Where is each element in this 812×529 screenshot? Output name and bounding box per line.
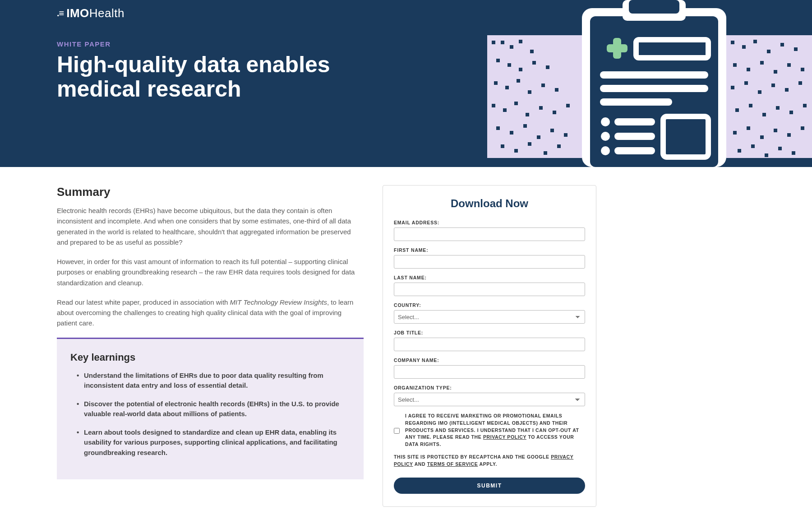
last-name-label: LAST NAME: <box>394 275 585 280</box>
logo-mark-icon: .≡ <box>57 8 64 19</box>
last-name-field[interactable] <box>394 283 585 296</box>
svg-rect-32 <box>528 142 531 146</box>
summary-paragraph-2: However, in order for this vast amount o… <box>57 256 364 288</box>
email-label: EMAIL ADDRESS: <box>394 220 585 225</box>
hero: .≡ IMOHealth WHITE PAPER High-quality da… <box>0 0 812 167</box>
company-name-field[interactable] <box>394 365 585 379</box>
svg-rect-57 <box>776 106 780 110</box>
svg-rect-54 <box>735 108 739 112</box>
svg-rect-53 <box>798 81 802 85</box>
svg-rect-31 <box>514 149 518 153</box>
logo-text-light: Health <box>89 6 125 20</box>
brand-logo: .≡ IMOHealth <box>57 6 755 20</box>
download-form: Download Now EMAIL ADDRESS: FIRST NAME: … <box>383 185 596 507</box>
svg-rect-56 <box>762 113 766 116</box>
svg-rect-17 <box>492 104 495 107</box>
logo-text-bold: IMO <box>66 6 89 20</box>
google-tos-link[interactable]: TERMS OF SERVICE <box>427 461 478 467</box>
job-title-field[interactable] <box>394 338 585 351</box>
svg-rect-22 <box>553 111 556 114</box>
job-title-label: JOB TITLE: <box>394 330 585 335</box>
svg-rect-61 <box>747 126 750 130</box>
form-title: Download Now <box>394 197 585 210</box>
svg-rect-69 <box>778 147 782 150</box>
country-label: COUNTRY: <box>394 302 585 308</box>
organization-type-select[interactable]: Select... <box>394 393 585 406</box>
first-name-label: FIRST NAME: <box>394 247 585 253</box>
svg-rect-29 <box>564 133 567 137</box>
country-select[interactable]: Select... <box>394 310 585 324</box>
svg-rect-55 <box>749 104 752 107</box>
consent-checkbox[interactable] <box>394 413 400 448</box>
svg-rect-84 <box>614 133 655 140</box>
company-name-label: COMPANY NAME: <box>394 357 585 363</box>
svg-rect-86 <box>614 147 655 154</box>
svg-rect-60 <box>733 131 737 135</box>
consent-text: I AGREE TO RECEIVE MARKETING OR PROMOTIO… <box>405 413 585 448</box>
recaptcha-notice: THIS SITE IS PROTECTED BY RECAPTCHA AND … <box>394 454 585 468</box>
svg-rect-28 <box>550 129 554 132</box>
first-name-field[interactable] <box>394 255 585 269</box>
organization-type-label: ORGANIZATION TYPE: <box>394 385 585 390</box>
key-learnings-heading: Key learnings <box>70 352 350 363</box>
summary-paragraph-3: Read our latest white paper, produced in… <box>57 297 364 329</box>
svg-rect-41 <box>794 47 798 51</box>
svg-point-85 <box>601 146 610 155</box>
svg-rect-34 <box>557 144 561 148</box>
svg-rect-19 <box>514 102 518 105</box>
summary-heading: Summary <box>57 185 364 199</box>
svg-rect-58 <box>789 111 793 114</box>
svg-rect-18 <box>503 108 507 112</box>
email-field[interactable] <box>394 227 585 241</box>
svg-rect-82 <box>614 118 655 125</box>
svg-rect-66 <box>738 149 741 153</box>
svg-rect-25 <box>510 131 513 135</box>
svg-rect-67 <box>751 144 755 148</box>
svg-rect-21 <box>539 106 543 110</box>
privacy-policy-link[interactable]: PRIVACY POLICY <box>483 434 526 440</box>
svg-rect-68 <box>765 153 768 157</box>
key-learning-item: Discover the potential of electronic hea… <box>74 399 350 419</box>
svg-rect-23 <box>566 104 570 107</box>
submit-button[interactable]: SUBMIT <box>394 478 585 494</box>
key-learning-item: Understand the limitations of EHRs due t… <box>74 371 350 391</box>
key-learning-item: Learn about tools designed to standardiz… <box>74 427 350 458</box>
svg-rect-62 <box>760 135 764 139</box>
svg-rect-70 <box>792 151 795 155</box>
svg-rect-63 <box>774 129 777 132</box>
key-learnings-box: Key learnings Understand the limitations… <box>57 338 364 480</box>
svg-rect-47 <box>801 68 804 71</box>
summary-paragraph-1: Electronic health records (EHRs) have be… <box>57 205 364 247</box>
svg-rect-24 <box>496 126 500 130</box>
eyebrow-label: WHITE PAPER <box>57 40 755 48</box>
svg-rect-64 <box>787 133 791 137</box>
svg-point-83 <box>601 132 610 141</box>
svg-rect-30 <box>501 144 504 148</box>
page-title: High-quality data enables medical resear… <box>57 52 346 101</box>
svg-rect-26 <box>523 124 527 128</box>
svg-rect-27 <box>537 135 540 139</box>
svg-point-81 <box>601 117 610 126</box>
svg-rect-33 <box>544 151 547 155</box>
svg-rect-65 <box>801 126 804 130</box>
svg-rect-59 <box>803 104 807 107</box>
svg-rect-20 <box>526 113 529 116</box>
